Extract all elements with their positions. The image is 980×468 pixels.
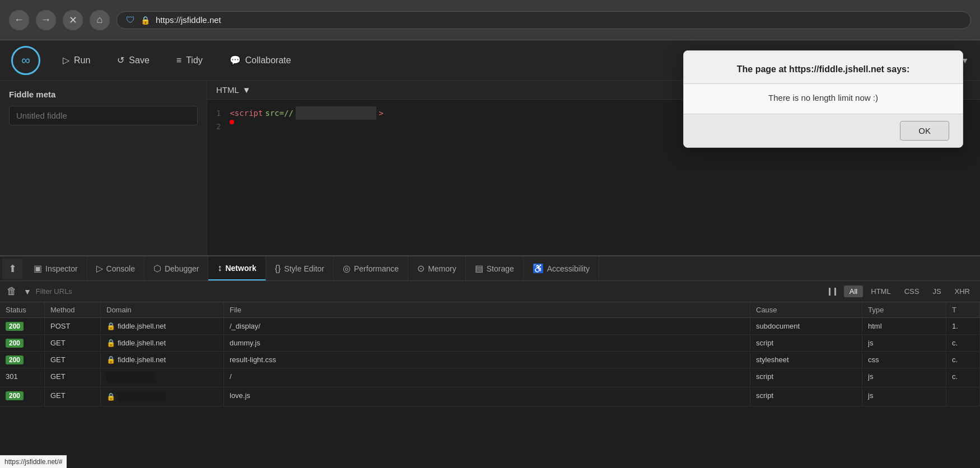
tab-debugger[interactable]: ⬡ Debugger xyxy=(144,256,209,280)
alert-dialog: The page at https://fiddle.jshell.net sa… xyxy=(683,50,963,148)
language-selector[interactable]: HTML ▼ xyxy=(216,85,251,95)
tab-inspector[interactable]: ▣ Inspector xyxy=(25,256,87,280)
type-cell: js xyxy=(862,335,946,351)
tag-close: > xyxy=(379,106,383,120)
cause-cell: script xyxy=(750,387,862,406)
performance-icon: ◎ xyxy=(343,263,351,274)
chevron-down-icon: ▼ xyxy=(242,85,251,95)
network-icon: ↕ xyxy=(217,263,222,273)
filter-wrap xyxy=(36,287,148,296)
save-icon: ↺ xyxy=(117,55,124,65)
fiddle-title-input[interactable] xyxy=(9,106,198,125)
tab-storage[interactable]: ▤ Storage xyxy=(466,256,524,280)
secure-icon: 🔒 xyxy=(106,322,115,330)
meta-label: Fiddle meta xyxy=(9,90,198,99)
type-cell: css xyxy=(862,352,946,368)
accessibility-icon: ♿ xyxy=(533,263,544,274)
table-row[interactable]: 200 GET 🔒 love.js script js xyxy=(0,387,980,406)
table-row[interactable]: 200 GET 🔒 fiddle.jshell.net dummy.js scr… xyxy=(0,335,980,352)
status-cell: 301 xyxy=(0,368,45,387)
time-cell: c. xyxy=(946,368,980,387)
redacted-domain xyxy=(118,391,166,402)
forward-button[interactable]: → xyxy=(36,10,56,30)
col-method: Method xyxy=(45,302,101,317)
domain-cell: 🔒 fiddle.jshell.net xyxy=(101,318,224,334)
jsfiddle-logo: ∞ xyxy=(11,46,40,75)
save-button[interactable]: ↺ Save xyxy=(113,53,153,68)
lock-icon: 🔒 xyxy=(141,16,150,25)
attr-src: src=// xyxy=(265,106,293,120)
file-cell: result-light.css xyxy=(224,352,750,368)
browser-chrome: ← → ✕ ⌂ 🛡 🔒 https://jsfiddle.net xyxy=(0,0,980,40)
file-cell: / xyxy=(224,368,750,387)
method-cell: GET xyxy=(45,368,101,387)
app-area: ∞ ▷ Run ↺ Save ≡ Tidy 💬 Collaborate ▼ Fi… xyxy=(0,40,980,468)
cause-cell: stylesheet xyxy=(750,352,862,368)
url-text: https://jsfiddle.net xyxy=(156,15,962,25)
filter-all[interactable]: All xyxy=(844,286,863,297)
tag-open: <script xyxy=(230,106,263,120)
method-cell: POST xyxy=(45,318,101,334)
run-icon: ▷ xyxy=(63,55,69,65)
domain-cell: 🔒 fiddle.jshell.net xyxy=(101,352,224,368)
tidy-button[interactable]: ≡ Tidy xyxy=(172,53,207,68)
time-cell: 1. xyxy=(946,318,980,334)
filter-icon: ▼ xyxy=(24,287,31,296)
tab-memory[interactable]: ⊙ Memory xyxy=(408,256,466,280)
collaborate-button[interactable]: 💬 Collaborate xyxy=(225,53,296,68)
filter-css[interactable]: CSS xyxy=(899,286,925,297)
method-cell: GET xyxy=(45,335,101,351)
method-cell: GET xyxy=(45,352,101,368)
inspector-icon: ▣ xyxy=(34,263,42,274)
cause-cell: script xyxy=(750,368,862,387)
status-cell: 200 xyxy=(0,352,45,368)
domain-cell: 🔒 fiddle.jshell.net xyxy=(101,335,224,351)
run-button[interactable]: ▷ Run xyxy=(58,53,95,68)
tidy-icon: ≡ xyxy=(176,55,181,65)
alert-title: The page at https://fiddle.jshell.net sa… xyxy=(699,64,947,74)
devtools-tabs: ⬆ ▣ Inspector ▷ Console ⬡ Debugger ↕ Net… xyxy=(0,256,980,281)
type-cell: js xyxy=(862,387,946,406)
home-button[interactable]: ⌂ xyxy=(90,10,110,30)
filter-xhr[interactable]: XHR xyxy=(949,286,976,297)
table-row[interactable]: 200 POST 🔒 fiddle.jshell.net /_display/ … xyxy=(0,318,980,335)
cursor-tool[interactable]: ⬆ xyxy=(2,259,22,279)
address-bar[interactable]: 🛡 🔒 https://jsfiddle.net xyxy=(116,11,971,29)
status-cell: 200 xyxy=(0,318,45,334)
table-row[interactable]: 200 GET 🔒 fiddle.jshell.net result-light… xyxy=(0,352,980,368)
time-cell: c. xyxy=(946,352,980,368)
error-dot xyxy=(230,120,234,124)
devtools-panel: ⬆ ▣ Inspector ▷ Console ⬡ Debugger ↕ Net… xyxy=(0,255,980,468)
close-button[interactable]: ✕ xyxy=(63,10,83,30)
col-type: Type xyxy=(862,302,946,317)
cause-cell: subdocument xyxy=(750,318,862,334)
collaborate-icon: 💬 xyxy=(230,55,241,65)
tab-network[interactable]: ↕ Network xyxy=(208,256,265,280)
filter-input[interactable] xyxy=(36,287,148,296)
time-cell xyxy=(946,387,980,406)
network-toolbar: 🗑 ▼ All HTML CSS JS XHR xyxy=(0,281,980,302)
tab-console[interactable]: ▷ Console xyxy=(87,256,144,280)
filter-js[interactable]: JS xyxy=(927,286,946,297)
pause-button[interactable] xyxy=(823,287,842,297)
back-button[interactable]: ← xyxy=(9,10,29,30)
alert-body: There is no length limit now :) xyxy=(684,84,963,114)
clear-button[interactable]: 🗑 xyxy=(4,283,19,299)
filter-html[interactable]: HTML xyxy=(865,286,896,297)
file-cell: dummy.js xyxy=(224,335,750,351)
network-filters: All HTML CSS JS XHR xyxy=(823,286,976,297)
secure-icon: 🔒 xyxy=(106,392,115,401)
type-cell: html xyxy=(862,318,946,334)
tab-style-editor[interactable]: {} Style Editor xyxy=(266,256,334,280)
table-row[interactable]: 301 GET / script js c. xyxy=(0,368,980,387)
redacted-domain xyxy=(106,372,155,383)
secure-icon: 🔒 xyxy=(106,355,115,364)
debugger-icon: ⬡ xyxy=(153,263,161,274)
ok-button[interactable]: OK xyxy=(900,121,949,141)
col-cause: Cause xyxy=(750,302,862,317)
cursor-icon: ⬆ xyxy=(8,263,17,275)
tab-accessibility[interactable]: ♿ Accessibility xyxy=(524,256,599,280)
alert-message: There is no length limit now :) xyxy=(699,93,947,102)
tab-performance[interactable]: ◎ Performance xyxy=(334,256,408,280)
alert-footer: OK xyxy=(684,114,963,147)
